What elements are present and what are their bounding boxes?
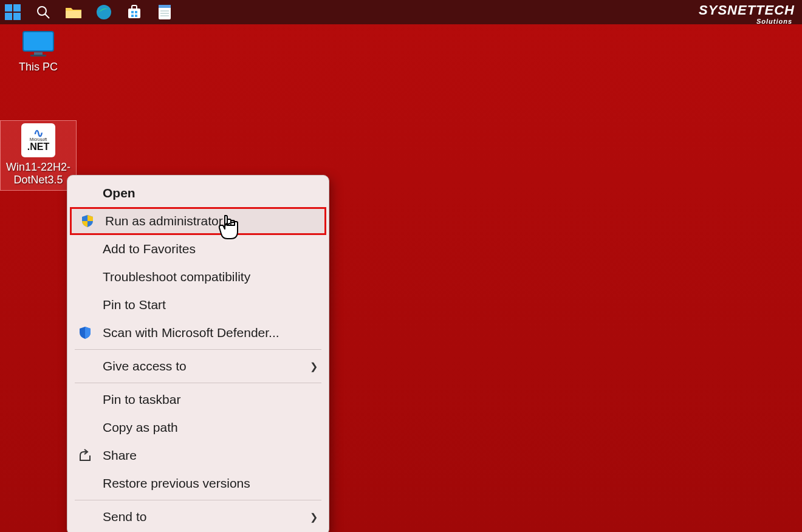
share-icon xyxy=(77,448,93,463)
menu-item-label: Run as administrator xyxy=(105,214,223,228)
start-button[interactable] xyxy=(4,3,22,21)
menu-item-pin-taskbar[interactable]: Pin to taskbar xyxy=(67,386,329,414)
svg-rect-6 xyxy=(66,11,81,18)
svg-rect-10 xyxy=(135,11,137,13)
windows-logo-icon xyxy=(5,4,21,20)
menu-item-label: Scan with Microsoft Defender... xyxy=(103,326,279,340)
search-button[interactable] xyxy=(34,3,52,21)
desktop-icon-label: This PC xyxy=(19,61,58,73)
defender-shield-icon xyxy=(77,325,93,341)
svg-rect-12 xyxy=(135,15,137,17)
menu-item-add-favorites[interactable]: Add to Favorites xyxy=(67,235,329,263)
file-explorer-button[interactable] xyxy=(64,3,83,21)
svg-rect-9 xyxy=(131,11,134,13)
svg-rect-21 xyxy=(30,55,46,56)
folder-icon xyxy=(65,5,82,19)
watermark: SYSNETTECH Solutions xyxy=(699,4,795,25)
svg-rect-2 xyxy=(5,13,12,20)
menu-item-give-access[interactable]: Give access to ❯ xyxy=(67,352,329,380)
menu-item-troubleshoot[interactable]: Troubleshoot compatibility xyxy=(67,263,329,291)
svg-rect-1 xyxy=(13,4,21,12)
menu-item-pin-start[interactable]: Pin to Start xyxy=(67,291,329,319)
watermark-title: SYSNETTECH xyxy=(699,2,795,18)
chevron-right-icon: ❯ xyxy=(310,361,318,372)
watermark-subtitle: Solutions xyxy=(699,18,792,25)
menu-item-restore-versions[interactable]: Restore previous versions xyxy=(67,469,329,497)
svg-rect-11 xyxy=(131,15,134,17)
desktop-icon-dotnet-file[interactable]: ∿ Microsoft .NET Win11-22H2-DotNet3.5 xyxy=(0,120,77,191)
menu-item-label: Add to Favorites xyxy=(103,242,196,256)
notepad-button[interactable] xyxy=(156,3,174,21)
svg-rect-3 xyxy=(13,13,21,20)
svg-point-7 xyxy=(97,5,111,19)
uac-shield-icon xyxy=(80,213,95,229)
menu-item-share[interactable]: Share xyxy=(67,442,329,469)
desktop-icon-this-pc[interactable]: This PC xyxy=(0,30,77,73)
menu-item-label: Restore previous versions xyxy=(103,476,250,491)
svg-line-5 xyxy=(45,14,49,18)
svg-point-4 xyxy=(38,7,46,15)
menu-item-label: Share xyxy=(103,448,137,463)
store-icon xyxy=(126,4,142,20)
menu-separator xyxy=(75,383,321,383)
menu-separator xyxy=(75,349,321,350)
dotnet-icon: ∿ Microsoft .NET xyxy=(21,123,55,157)
chevron-right-icon: ❯ xyxy=(310,511,318,523)
menu-item-label: Give access to xyxy=(103,359,187,373)
menu-item-send-to[interactable]: Send to ❯ xyxy=(67,503,329,531)
search-icon xyxy=(36,5,50,19)
menu-item-defender-scan[interactable]: Scan with Microsoft Defender... xyxy=(67,319,329,347)
menu-separator xyxy=(75,500,321,500)
menu-item-open[interactable]: Open xyxy=(67,179,329,207)
svg-rect-20 xyxy=(34,52,43,55)
edge-button[interactable] xyxy=(95,3,113,21)
menu-item-label: Copy as path xyxy=(103,420,178,435)
menu-item-run-as-admin[interactable]: Run as administrator xyxy=(70,207,326,235)
menu-item-label: Pin to Start xyxy=(103,298,166,312)
monitor-icon xyxy=(22,30,55,57)
edge-icon xyxy=(96,4,112,20)
context-menu: Open Run as administrator Add to Favorit… xyxy=(67,175,329,532)
menu-item-label: Troubleshoot compatibility xyxy=(103,270,250,284)
notepad-icon xyxy=(158,4,171,20)
svg-rect-18 xyxy=(23,32,53,51)
svg-rect-0 xyxy=(5,4,12,12)
menu-item-label: Send to xyxy=(103,510,146,524)
menu-item-label: Open xyxy=(103,186,135,200)
taskbar xyxy=(0,0,802,24)
menu-item-label: Pin to taskbar xyxy=(103,392,180,407)
svg-rect-14 xyxy=(159,5,171,8)
store-button[interactable] xyxy=(125,3,143,21)
desktop-icon-label: Win11-22H2-DotNet3.5 xyxy=(2,161,75,186)
svg-rect-8 xyxy=(128,9,140,18)
menu-item-copy-path[interactable]: Copy as path xyxy=(67,414,329,442)
